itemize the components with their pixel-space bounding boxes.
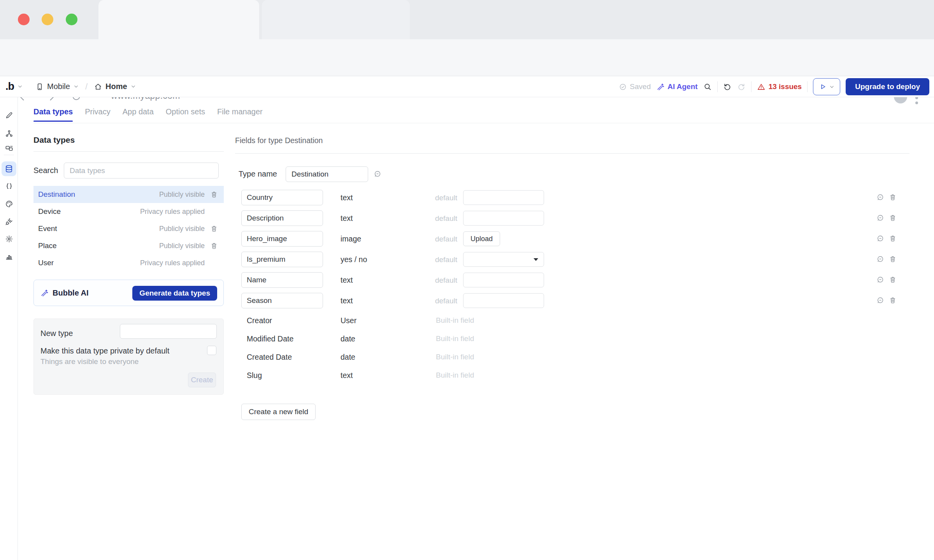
zoom-window-light[interactable] bbox=[66, 14, 77, 25]
tab-file-manager[interactable]: File manager bbox=[217, 107, 263, 122]
preview-button[interactable] bbox=[813, 78, 840, 95]
default-value-input[interactable] bbox=[463, 273, 544, 287]
trash-icon[interactable] bbox=[889, 255, 897, 263]
comment-icon[interactable] bbox=[374, 170, 381, 178]
default-label: default bbox=[411, 276, 457, 285]
trash-icon[interactable] bbox=[889, 296, 897, 304]
trash-icon[interactable] bbox=[889, 234, 897, 242]
chart-icon[interactable] bbox=[2, 249, 16, 264]
field-type-label: text bbox=[341, 296, 353, 305]
trash-icon[interactable] bbox=[210, 191, 218, 198]
builtin-field-list: CreatorUserBuilt-in fieldModified Dateda… bbox=[235, 313, 909, 386]
search-icon[interactable] bbox=[703, 82, 712, 91]
browser-toolbar bbox=[0, 39, 934, 76]
chevron-down-icon[interactable] bbox=[130, 84, 136, 89]
field-name-input[interactable] bbox=[241, 190, 323, 205]
create-type-button[interactable]: Create bbox=[188, 373, 216, 387]
default-value-input[interactable] bbox=[463, 190, 544, 205]
create-new-field-button[interactable]: Create a new field bbox=[241, 404, 316, 420]
visibility-status: Publicly visible bbox=[159, 191, 205, 199]
upload-button[interactable]: Upload bbox=[463, 231, 500, 246]
builtin-field-row-created-date: Created DatedateBuilt-in field bbox=[235, 349, 909, 365]
redo-icon[interactable] bbox=[737, 82, 746, 91]
tab-app-data[interactable]: App data bbox=[123, 107, 154, 122]
field-row-hero_image: imagedefaultUpload bbox=[235, 231, 909, 247]
trash-icon[interactable] bbox=[889, 276, 897, 284]
trash-icon[interactable] bbox=[889, 193, 897, 201]
default-value-input[interactable] bbox=[463, 293, 544, 308]
data-type-row-place[interactable]: PlacePublicly visible bbox=[33, 237, 224, 254]
page-selector[interactable]: Home bbox=[105, 82, 127, 91]
field-row-is_premium: yes / nodefault bbox=[235, 252, 909, 267]
tab-data-types[interactable]: Data types bbox=[33, 107, 73, 122]
device-selector[interactable]: Mobile bbox=[47, 82, 70, 91]
field-row-season: textdefault bbox=[235, 293, 909, 308]
type-name-input[interactable] bbox=[286, 166, 368, 182]
chevron-down-icon[interactable] bbox=[73, 84, 79, 89]
data-type-name: Place bbox=[38, 242, 57, 250]
upgrade-to-deploy-button[interactable]: Upgrade to deploy bbox=[846, 78, 929, 95]
field-name-input[interactable] bbox=[241, 272, 323, 288]
comment-icon[interactable] bbox=[876, 296, 884, 304]
close-window-light[interactable] bbox=[18, 14, 30, 25]
builtin-field-row-creator: CreatorUserBuilt-in field bbox=[235, 313, 909, 328]
comment-icon[interactable] bbox=[876, 234, 884, 242]
generate-data-types-button[interactable]: Generate data types bbox=[132, 286, 217, 301]
field-name-input[interactable] bbox=[241, 252, 323, 267]
database-icon[interactable] bbox=[2, 161, 16, 176]
chevron-down-icon[interactable] bbox=[17, 84, 23, 89]
bubble-logo[interactable]: .b bbox=[5, 80, 14, 93]
private-by-default-checkbox[interactable] bbox=[207, 346, 216, 355]
default-label: default bbox=[411, 194, 457, 202]
home-icon bbox=[94, 82, 102, 91]
field-name-input[interactable] bbox=[241, 210, 323, 226]
field-row-name: textdefault bbox=[235, 272, 909, 288]
default-label: default bbox=[411, 235, 457, 243]
comment-icon[interactable] bbox=[876, 276, 884, 284]
tab-option-sets[interactable]: Option sets bbox=[166, 107, 205, 122]
workflow-icon[interactable] bbox=[2, 126, 16, 141]
trash-icon[interactable] bbox=[210, 242, 218, 250]
data-type-row-destination[interactable]: DestinationPublicly visible bbox=[33, 186, 224, 203]
field-name-input[interactable] bbox=[241, 293, 323, 308]
ai-agent-button[interactable]: AI Agent bbox=[656, 82, 697, 91]
pencil-icon[interactable] bbox=[2, 108, 16, 122]
default-label: default bbox=[411, 214, 457, 223]
default-value-input[interactable] bbox=[463, 211, 544, 226]
tab-privacy[interactable]: Privacy bbox=[85, 107, 111, 122]
data-type-row-event[interactable]: EventPublicly visible bbox=[33, 220, 224, 237]
issues-button[interactable]: 13 issues bbox=[757, 82, 802, 91]
data-types-panel: Data types Search DestinationPublicly vi… bbox=[33, 135, 224, 145]
field-type-label: yes / no bbox=[341, 255, 367, 264]
browser-tab-inactive[interactable] bbox=[262, 0, 410, 39]
search-input[interactable] bbox=[64, 163, 219, 178]
data-type-name: Destination bbox=[38, 190, 75, 199]
gear-icon[interactable] bbox=[2, 231, 16, 246]
data-type-row-user[interactable]: UserPrivacy rules applied bbox=[33, 254, 224, 271]
comment-icon[interactable] bbox=[876, 193, 884, 201]
palette-icon[interactable] bbox=[2, 196, 16, 211]
trash-icon[interactable] bbox=[210, 225, 218, 233]
builtin-field-label: Built-in field bbox=[436, 334, 474, 343]
data-type-name: Event bbox=[38, 224, 57, 233]
tabs-divider bbox=[33, 123, 934, 123]
new-type-input[interactable] bbox=[120, 324, 217, 339]
field-name-input[interactable] bbox=[241, 231, 323, 247]
plug-icon[interactable] bbox=[2, 214, 16, 229]
visibility-hint: Things are visible to everyone bbox=[40, 357, 139, 366]
new-type-label: New type bbox=[40, 329, 73, 338]
comment-icon[interactable] bbox=[876, 214, 884, 222]
undo-icon[interactable] bbox=[723, 82, 732, 91]
default-value-select[interactable] bbox=[463, 252, 544, 267]
browser-tab-active[interactable] bbox=[98, 0, 259, 39]
comment-icon[interactable] bbox=[876, 255, 884, 263]
field-type-label: text bbox=[341, 214, 353, 223]
minimize-window-light[interactable] bbox=[42, 14, 53, 25]
warning-triangle-icon bbox=[757, 82, 765, 91]
braces-icon[interactable] bbox=[2, 179, 16, 194]
layout-icon[interactable] bbox=[2, 141, 16, 156]
builtin-field-label: Built-in field bbox=[436, 353, 474, 361]
trash-icon[interactable] bbox=[889, 214, 897, 222]
panel-divider bbox=[33, 151, 224, 152]
data-type-row-device[interactable]: DevicePrivacy rules applied bbox=[33, 203, 224, 220]
